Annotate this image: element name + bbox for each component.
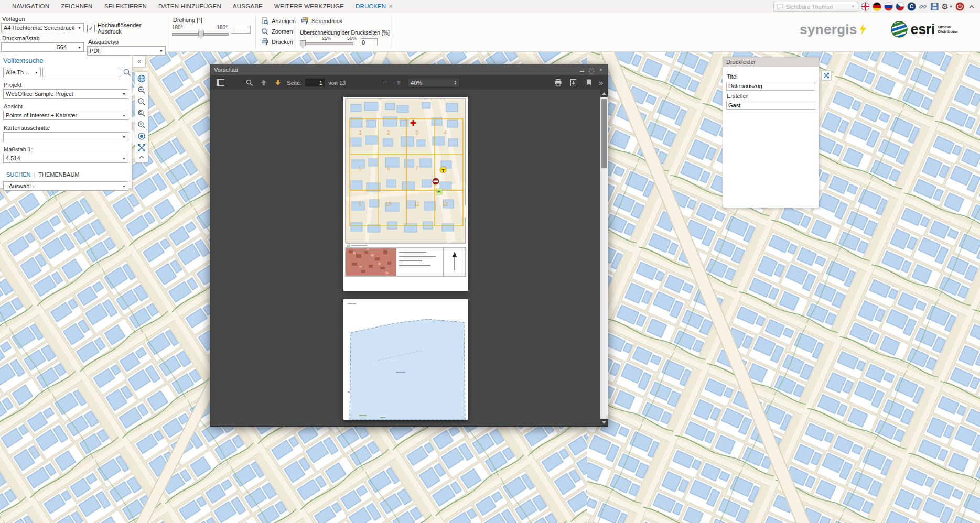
full-extent-icon[interactable] [137,144,146,152]
fulltext-search-input[interactable] [42,68,121,77]
minimize-icon[interactable] [579,67,585,73]
ausgabetyp-label: Ausgabetyp [88,39,166,45]
anzeigen-button[interactable]: Anzeigen [259,16,298,26]
ueberschneidung-label: Überschneidung der Druckseiten [%] [300,29,396,36]
druckmassstab-combo[interactable]: ▼ [1,42,84,52]
chevron-down-icon: ▼ [76,46,81,49]
preview-search-icon[interactable] [244,78,255,88]
tab-weitere-werkzeuge[interactable]: WEITERE WERKZEUGE [268,1,350,13]
ansicht-label: Ansicht [4,103,128,110]
sidebar-toggle-icon[interactable] [215,78,225,88]
auswahl-select[interactable]: - Auswahl - ▼ [3,181,128,191]
ansicht-select[interactable]: Points of Interest + Kataster ▼ [3,111,128,120]
tab-close-icon[interactable]: ✕ [388,3,393,9]
more-tools-icon[interactable]: » [599,78,603,87]
drucken-label: Drucken [272,39,293,45]
scrollbar-thumb[interactable] [601,99,607,168]
logout-icon[interactable] [955,2,964,11]
zoom-window-icon[interactable] [137,109,146,117]
page-up-icon[interactable] [259,78,269,88]
esri-tagline-1: Official [938,25,958,29]
bookmark-icon[interactable] [584,78,594,88]
drehung-input[interactable] [231,26,251,34]
scroll-up-icon[interactable] [600,90,608,97]
tab-themenbaum[interactable]: THEMENBAUM [35,170,82,179]
pan-mode-radio[interactable] [137,132,146,140]
svg-text:7: 7 [415,166,418,171]
tab-selektieren[interactable]: SELEKTIEREN [99,1,153,13]
collapse-ribbon-icon[interactable] [967,2,976,11]
printer-icon [261,38,268,46]
visible-themes-select[interactable]: Sichtbare Themen ▼ [773,2,858,12]
preview-scrollbar[interactable] [600,90,608,426]
gear-icon: ⚙ [942,3,949,10]
flag-cz-icon[interactable] [896,2,904,11]
ueberschneidung-input[interactable] [360,38,378,46]
projekt-select[interactable]: WebOffice Sample Project ▼ [3,89,128,99]
vorlagen-select[interactable]: A4 Hochformat Seriendruck ▼ [1,23,84,32]
drehung-slider[interactable] [172,33,229,36]
link-icon[interactable] [919,2,928,11]
drucken-button[interactable]: Drucken [259,37,295,47]
close-icon[interactable]: × [598,67,604,73]
save-icon[interactable] [930,2,939,11]
svg-text:6: 6 [387,166,390,171]
export-icon[interactable] [568,78,579,88]
flag-ru-icon[interactable] [884,2,893,11]
flag-de-icon[interactable] [873,2,881,11]
chevron-down-icon: ▼ [120,114,126,117]
tab-ausgabe[interactable]: AUSGABE [227,1,268,13]
zoom-in-icon[interactable] [137,86,146,94]
zoom-extent-icon[interactable] [137,121,146,129]
titel-input[interactable] [726,82,815,91]
preview-page-2 [343,299,468,420]
flag-en-icon[interactable] [861,2,870,11]
map-fullscreen-icon[interactable] [821,70,832,81]
massstab-select[interactable]: 4.514 ▼ [3,154,128,163]
druckmassstab-input[interactable] [4,43,67,51]
ueberschneidung-slider[interactable] [300,42,353,45]
settings-menu[interactable]: ⚙ ▼ [942,3,953,10]
ueberschneidung-slider-handle[interactable] [300,40,306,48]
tab-drucken[interactable]: DRUCKEN✕ [350,1,399,13]
page-total-label: von 13 [328,80,346,86]
tab-daten-hinzufuegen[interactable]: DATEN HINZUFÜGEN [153,1,227,13]
tab-suchen[interactable]: SUCHEN [3,170,34,179]
hires-checkbox[interactable]: ✓ [87,25,95,32]
themen-filter-value: Alle Themen [6,69,33,75]
preview-pages-area[interactable]: 1 2 3 4 5 6 7 8 9 10 11 12 T H [210,90,600,426]
page-down-icon[interactable] [273,78,283,88]
seite-label: Seite: [287,80,301,86]
page-number-input[interactable] [305,79,325,86]
scroll-down-icon[interactable] [600,419,608,426]
zoom-out-icon[interactable] [137,97,146,106]
synergis-logo: synergis [800,21,866,38]
zoom-in-button[interactable]: + [393,78,404,88]
copyright-icon[interactable]: C [907,2,916,11]
volltextsuche-link[interactable]: Volltextsuche [3,57,44,64]
seriendruck-button[interactable]: Seriendruck [299,16,344,26]
esri-logo: esri Official Distributor [891,21,958,38]
spinner-arrows-icon[interactable]: ▲▼ [454,80,457,85]
zoomen-label: Zoomen [272,28,293,35]
collapse-toolbar-icon[interactable] [138,155,145,159]
themen-filter-select[interactable]: Alle Themen ▼ [3,68,41,77]
print-icon[interactable] [553,78,564,88]
zoomen-button[interactable]: Zoomen [259,27,295,36]
drehung-slider-handle[interactable] [198,31,204,39]
zoom-level-select[interactable]: 40% ▲▼ [407,78,460,88]
ersteller-input[interactable] [726,101,815,110]
vorschau-titlebar[interactable]: Vorschau × [210,64,608,75]
maximize-icon[interactable] [588,67,595,73]
tab-zeichnen[interactable]: ZEICHNEN [55,1,98,13]
tab-navigation[interactable]: NAVIGATION [6,1,55,13]
ausgabetyp-select[interactable]: PDF ▼ [87,46,166,56]
ribbon-separator [295,16,295,48]
globe-icon[interactable] [137,74,146,83]
lightning-icon [859,24,867,35]
zoom-out-button[interactable]: − [379,78,390,88]
kartenausschnitte-select[interactable]: ▼ [3,132,128,141]
chevron-down-icon: ▼ [157,49,163,53]
collapse-panel-button[interactable]: « [133,55,146,68]
search-icon[interactable] [123,68,132,77]
